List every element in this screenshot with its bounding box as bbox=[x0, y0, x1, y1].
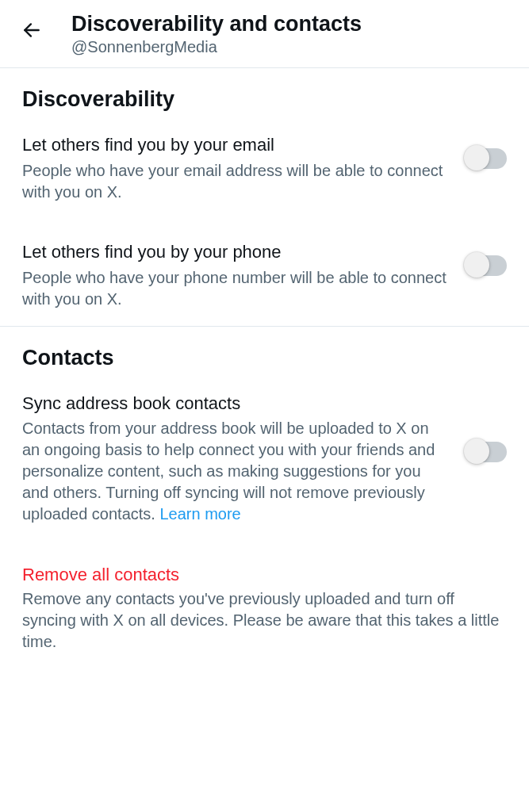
learn-more-link[interactable]: Learn more bbox=[159, 505, 240, 523]
discoverability-title: Discoverability bbox=[22, 87, 507, 112]
setting-find-by-phone: Let others find you by your phone People… bbox=[22, 241, 507, 310]
toggle-sync-contacts[interactable] bbox=[466, 442, 507, 462]
remove-contacts-title: Remove all contacts bbox=[22, 565, 507, 585]
setting-sync-contacts: Sync address book contacts Contacts from… bbox=[22, 393, 507, 526]
toggle-knob bbox=[464, 252, 489, 278]
page-header: Discoverability and contacts @Sonnenberg… bbox=[0, 0, 529, 68]
toggle-knob bbox=[464, 439, 489, 464]
toggle-find-by-email[interactable] bbox=[466, 148, 507, 169]
setting-text: Sync address book contacts Contacts from… bbox=[22, 393, 466, 526]
arrow-left-icon bbox=[21, 20, 42, 44]
header-text-block: Discoverability and contacts @Sonnenberg… bbox=[71, 11, 513, 56]
toggle-find-by-phone[interactable] bbox=[466, 255, 507, 276]
setting-text: Let others find you by your phone People… bbox=[22, 241, 466, 310]
contacts-section: Contacts Sync address book contacts Cont… bbox=[0, 327, 529, 542]
remove-contacts-block[interactable]: Remove all contacts Remove any contacts … bbox=[0, 565, 529, 675]
remove-contacts-description: Remove any contacts you've previously up… bbox=[22, 588, 507, 653]
setting-text: Let others find you by your email People… bbox=[22, 134, 466, 203]
setting-label: Sync address book contacts bbox=[22, 393, 450, 416]
page-title: Discoverability and contacts bbox=[71, 11, 513, 36]
setting-description: Contacts from your address book will be … bbox=[22, 418, 450, 525]
setting-find-by-email: Let others find you by your email People… bbox=[22, 134, 507, 203]
toggle-knob bbox=[464, 145, 489, 170]
setting-description: People who have your email address will … bbox=[22, 160, 450, 203]
setting-label: Let others find you by your email bbox=[22, 134, 450, 157]
back-button[interactable] bbox=[16, 16, 48, 48]
setting-label: Let others find you by your phone bbox=[22, 241, 450, 264]
setting-description: People who have your phone number will b… bbox=[22, 267, 450, 310]
contacts-title: Contacts bbox=[22, 346, 507, 370]
discoverability-section: Discoverability Let others find you by y… bbox=[0, 68, 529, 326]
username-label: @SonnenbergMedia bbox=[71, 38, 513, 56]
